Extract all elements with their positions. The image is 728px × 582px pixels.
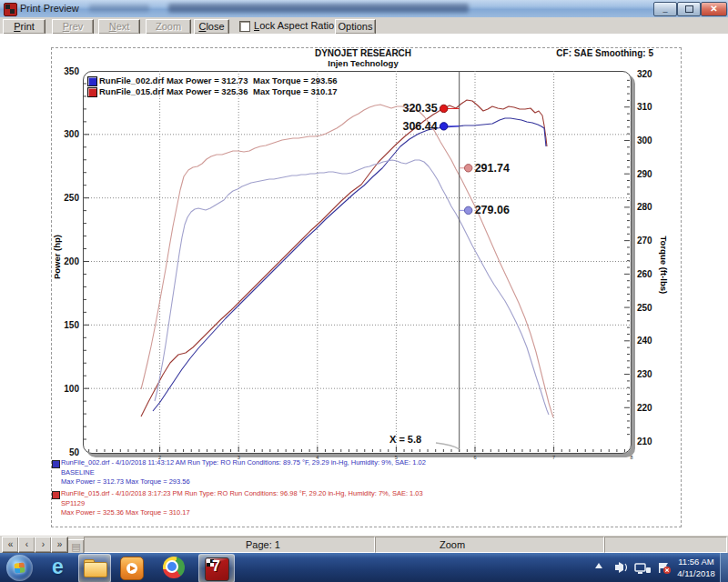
zoom-out-button[interactable]: Zoom Out bbox=[146, 19, 191, 35]
run-line2: BASELINE bbox=[61, 468, 652, 478]
run-line1: RunFile_015.drf - 4/10/2018 3:17:23 PM R… bbox=[61, 489, 652, 499]
print-button[interactable]: Print bbox=[3, 19, 46, 35]
run-info-entry: RunFile_015.drf - 4/10/2018 3:17:23 PM R… bbox=[52, 489, 652, 518]
title-bar: Print Preview _ ✕ bbox=[0, 0, 728, 18]
system-tray: 11:56 AM 4/11/2018 bbox=[590, 553, 728, 582]
hidden-icons-arrow[interactable] bbox=[595, 563, 602, 568]
run-color-swatch bbox=[52, 460, 60, 468]
maximize-icon bbox=[685, 5, 693, 13]
run-info-entry: RunFile_002.drf - 4/10/2018 11:43:12 AM … bbox=[52, 458, 652, 487]
legend-swatch bbox=[87, 87, 97, 97]
page-nav-button[interactable]: « bbox=[2, 537, 19, 553]
lock-aspect-ratio-label: Lock Aspect Ratio bbox=[254, 20, 334, 31]
tray-time: 11:56 AM bbox=[670, 556, 723, 567]
status-panel-extra bbox=[604, 537, 727, 553]
run-color-swatch bbox=[52, 491, 60, 499]
cursor-x-label: X = 5.8 bbox=[389, 434, 421, 445]
page-nav-button[interactable]: ‹ bbox=[18, 537, 35, 553]
lock-aspect-ratio-checkbox[interactable] bbox=[239, 21, 250, 32]
options-button[interactable]: Options bbox=[335, 19, 376, 35]
run-line2: SP1129 bbox=[61, 499, 652, 509]
legend-swatch bbox=[87, 76, 97, 86]
blurred-title-text bbox=[89, 5, 149, 12]
internet-explorer-icon: e bbox=[52, 555, 64, 579]
run-line1: RunFile_002.drf - 4/10/2018 11:43:12 AM … bbox=[61, 458, 652, 468]
show-desktop-button[interactable] bbox=[720, 553, 728, 582]
page-nav-button[interactable]: » bbox=[51, 537, 68, 553]
window-title: Print Preview bbox=[20, 3, 79, 14]
status-panel-page bbox=[84, 537, 375, 553]
chart-subtitle: Injen Technology bbox=[227, 58, 500, 68]
taskbar-windows-explorer[interactable] bbox=[78, 554, 111, 582]
page-nav-button[interactable]: › bbox=[35, 537, 52, 553]
windows-logo-icon bbox=[14, 562, 25, 573]
clock[interactable]: 11:56 AM 4/11/2018 bbox=[670, 556, 723, 579]
legend-text: RunFile_015.drf Max Power = 325.36 bbox=[99, 86, 248, 96]
y-axis-label-torque: Torque (ft-lbs) bbox=[659, 236, 669, 284]
speaker-icon bbox=[615, 562, 627, 573]
run-line3: Max Power = 312.73 Max Torque = 293.56 bbox=[61, 477, 652, 487]
toolbar: Print Prev Next Zoom Out Close Lock Aspe… bbox=[0, 17, 728, 35]
legend-text: Max Torque = 310.17 bbox=[253, 86, 338, 96]
next-button[interactable]: Next bbox=[98, 19, 140, 35]
taskbar-chrome[interactable] bbox=[159, 554, 188, 581]
close-window-button[interactable]: ✕ bbox=[701, 2, 727, 16]
status-panel-zoom bbox=[375, 537, 604, 553]
network-icon bbox=[635, 564, 651, 574]
y-axis-label-power: Power (hp) bbox=[52, 234, 62, 281]
prev-button[interactable]: Prev bbox=[52, 19, 94, 35]
chart-title: DYNOJET RESEARCH bbox=[227, 48, 500, 58]
page-number-text: Page: 1 bbox=[246, 539, 280, 550]
taskbar-internet-explorer[interactable]: e bbox=[46, 554, 75, 581]
correction-smoothing-text: CF: SAE Smoothing: 5 bbox=[471, 48, 653, 58]
blurred-title-text bbox=[168, 4, 469, 13]
plot-frame bbox=[83, 71, 632, 454]
taskbar-winpep[interactable]: 7 bbox=[198, 554, 235, 582]
media-player-icon bbox=[120, 557, 144, 580]
taskbar: e 7 11:56 AM 4/11/2018 bbox=[0, 553, 728, 582]
tray-date: 4/11/2018 bbox=[670, 567, 723, 579]
maximize-button[interactable] bbox=[677, 2, 701, 16]
zoom-text: Zoom bbox=[440, 539, 465, 550]
status-bar: ▤ Page: 1 Zoom «‹›» bbox=[0, 535, 728, 554]
run-line3: Max Power = 325.36 Max Torque = 310.17 bbox=[61, 508, 652, 518]
taskbar-media-player[interactable] bbox=[116, 554, 146, 581]
minimize-button[interactable]: _ bbox=[653, 2, 677, 16]
close-preview-button[interactable]: Close bbox=[194, 19, 229, 35]
app-icon bbox=[4, 3, 17, 16]
legend-text: RunFile_002.drf Max Power = 312.73 bbox=[99, 75, 248, 85]
legend-text: Max Torque = 293.56 bbox=[253, 75, 338, 85]
start-button[interactable] bbox=[6, 555, 33, 581]
